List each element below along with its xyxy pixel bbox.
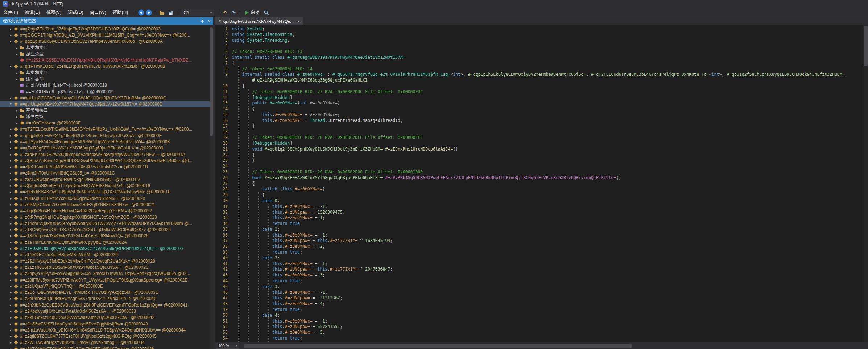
tree-item[interactable]: ▸派生类型 [0,114,213,120]
expander-icon[interactable]: ▸ [8,165,13,169]
tree-item[interactable]: ▸#=z2W_uwGrbUgsY7b8f2tn_HmdVFgrwzRnmog==… [0,340,213,346]
expander-icon[interactable]: ▸ [8,215,13,219]
tree-item[interactable]: ▸#=z0i8XqLKjT0Pt4d7cdH0Z6Cgjow5ldPfN5$dN… [0,195,213,201]
expander-icon[interactable]: ▸ [14,115,20,119]
expander-icon[interactable]: ▸ [8,247,13,250]
editor-horizontal-scrollbar[interactable] [242,342,868,349]
expander-icon[interactable]: ▸ [8,197,13,200]
expander-icon[interactable]: ▸ [8,140,13,144]
tree-item[interactable]: ▸#=z2qti8$TZCL6M7J77EscF8HJYgNpnI6zfz2pj… [0,333,213,340]
editor-horizontal-scrollbar-thumb[interactable] [244,344,632,348]
tree-scrollbar-thumb[interactable] [210,27,213,136]
open-file-button[interactable] [158,9,165,16]
tab-close-icon[interactable]: × [297,19,300,24]
document-tab[interactable]: #=qsrUag4w8Bvs9s7KFA7HwyM47Qe... × [215,17,303,25]
expander-icon[interactable]: ▸ [8,272,13,275]
tree-item[interactable]: ▸#=qZxiR9gSE0HAzWK1oYMYI68qq33g68jucPEke… [0,145,213,151]
expander-icon[interactable]: ▸ [8,127,13,131]
tree-item[interactable]: #=zHVzhkHl=(List<T>) : bool @06000018 [0,82,213,89]
expander-icon[interactable]: ▸ [8,184,13,188]
expander-icon[interactable]: ▸ [8,178,13,181]
expander-icon[interactable]: ▸ [8,241,13,244]
tree-item[interactable]: ▸#=z2cUQapV7Ij4tQOYThQ== @0200003E [0,283,213,289]
tree-scrollbar[interactable] [210,25,213,349]
tree-item[interactable]: ▸#=z2ePdbHauQ99R$EwYsgn63S7oroDS<#=zVbc0… [0,296,213,302]
tree-item[interactable]: ▸#=z$bEKZbuDHZwA$Qt5mpudVafnhp8wSja8yqPi… [0,151,213,157]
tree-item[interactable]: ▸#=z$imJhT0nUHVvHBdQC$qJ5_s= @0200001C [0,170,213,176]
expander-icon[interactable]: ▾ [8,65,13,68]
expander-icon[interactable]: ▸ [8,322,13,326]
tree-item[interactable]: ▸#=z1H9SMOku5jhQ8Vg6d8ph$xtGC14GvPlG6i6q… [0,245,213,251]
tree-item[interactable]: ▸#=z21zTh6S6RuJO$wiP6hX0hSYWbczSQNXNSA==… [0,264,213,270]
tree-item[interactable]: ▸#=z0tP7mg3NqHCwEqghzpt0X0iBSNCF13cScQhm… [0,214,213,220]
tree-item[interactable]: ▸基类和接口 [0,107,213,114]
tree-item[interactable]: ▸#=z$VgfubSf3m9EfhTT7pvDihxERQWtEI88Nu5b… [0,182,213,189]
code-editor[interactable]: 123456789 101112131415161718192021222324… [215,25,868,342]
expander-icon[interactable]: ▸ [8,328,13,332]
expander-icon[interactable]: ▸ [8,33,13,37]
expander-icon[interactable]: ▸ [14,77,20,81]
menu-view[interactable]: 视图(V) [43,8,65,17]
expander-icon[interactable]: ▸ [14,71,20,75]
tree-item[interactable]: ▸#=z0qr$oSol4RT4eJxHehwQ4vbXd2DyehEjqqY5… [0,208,213,214]
menu-window[interactable]: 窗口(W) [87,8,109,17]
tree-item[interactable]: ▸#=z2Eo_OaGhWNpevEYL_4tMDibx_HUvO$RyAkgq… [0,289,213,295]
tree-item[interactable]: ▾#=qsrUag4w8Bvs9s7KFA7HwyM47QeeJ$etLVx1Z… [0,101,213,107]
expander-icon[interactable]: ▸ [8,203,13,206]
start-button[interactable]: 启动 [243,9,261,16]
search-assemblies-button[interactable] [263,9,270,16]
tree-item[interactable]: ▸#=q7cgaZEUTbm_J76iksjeFig72mj93D8GHBO10… [0,26,213,32]
close-icon[interactable]: × [207,19,212,24]
tree-item[interactable]: ▸#=z1eTmYEum6r9xEQdfLlwMwRCgyQbE @020000… [0,239,213,245]
editor-vertical-scrollbar[interactable] [863,25,868,342]
expander-icon[interactable]: ▾ [8,102,13,106]
menu-debug[interactable]: 调试(D) [65,8,86,17]
expander-icon[interactable]: ▸ [8,190,13,194]
expander-icon[interactable]: ▸ [8,259,13,263]
tree-item[interactable]: ▸基类和接口 [0,45,213,51]
expander-icon[interactable]: ▸ [8,316,13,319]
expander-icon[interactable]: ▾ [8,40,13,43]
tree-item[interactable]: ▸#=z$BmZAnBiwc4XggR6PDSZGwiP3MtaIOz9l3PW… [0,157,213,164]
menu-help[interactable]: 帮助(H) [109,8,131,17]
expander-icon[interactable]: ▸ [8,222,13,225]
expander-icon[interactable]: ▸ [14,121,20,125]
expander-icon[interactable]: ▸ [8,153,13,156]
tree-item[interactable]: ▸#=qoU1q2fS8ChCpnHXuyQILSWJGHJQck9j3nEfz… [0,95,213,101]
tree-item[interactable]: ▸派生类型 [0,51,213,57]
expander-icon[interactable]: ▸ [8,284,13,288]
expander-icon[interactable]: ▸ [8,209,13,213]
tree-item[interactable]: #=z2$2lAIG$5B1VKsE62IYtpq4KBldQRajMSXb4V… [0,57,213,63]
nav-back-button[interactable] [138,9,144,16]
tree-item[interactable]: ▸#=z18ZVLprir403wOwkZlVI2GUZ4YaszUJfSf4n… [0,233,213,239]
tree-item[interactable]: ▸#=qT2FELGod6TrOe6ML3bE4GYc4sP4ljqPz_Ux4… [0,126,213,132]
nav-forward-button[interactable] [146,9,152,16]
expander-icon[interactable]: ▸ [8,347,13,349]
expander-icon[interactable]: ▸ [8,341,13,344]
tree-item[interactable]: ▸派生类型 [0,76,213,82]
tree-item[interactable]: ▸基类和接口 [0,70,213,76]
expander-icon[interactable]: ▸ [8,234,13,238]
code-text-area[interactable]: using System;using System.Diagnostics;us… [232,25,868,342]
expander-icon[interactable]: ▸ [8,253,13,256]
expander-icon[interactable]: ▸ [8,134,13,137]
tree-item[interactable]: ▸#=z18CNQ5wsJOLLDSzO7eYm2lOhU_qGMkoWcRC9… [0,227,213,233]
tree-item[interactable]: ▸#=z0eOYNwc= @0200000E [0,120,213,126]
tree-item[interactable]: ▸#=z14ohFvQakXX8v397oysbWotLyKDp1WCx7dZ7… [0,220,213,226]
tree-item[interactable]: ▸#=z2kEGdxczu4qDDbxQKvWcwdsvJbp20y5s6oUR… [0,315,213,321]
tree-item[interactable]: ▸#=z2m1uVuoUbXk_yBfCH6YUn84SdRzL8rTD$pWV… [0,327,213,333]
undo-button[interactable]: ↶ [221,9,228,16]
tree-item[interactable]: ▸#=z2hXfbN3zCpEB83VBuuVoaH2Bh9PzlCDVEFxz… [0,302,213,308]
tree-item[interactable]: ▸#=qUSywHVnDwj4RduydquHMPlzWOIDpWjnoHPsB… [0,139,213,145]
expander-icon[interactable]: ▸ [8,309,13,313]
assembly-explorer-header[interactable]: 程序集资源管理器 × [0,17,213,25]
expander-icon[interactable]: ▸ [8,171,13,175]
tree-item[interactable]: ▸#=qtlgp5$ZnFWsQ11g1tkh462UF7SmmLEk5Isvg… [0,132,213,139]
expander-icon[interactable]: ▸ [8,96,13,100]
expander-icon[interactable]: ▸ [8,146,13,150]
tree-item[interactable]: ▸#=z0ikMjzCNvm7Gx4WTsibwuCRrE2q8ZNR3TK84… [0,201,213,208]
expander-icon[interactable]: ▸ [8,278,13,282]
expander-icon[interactable]: ▸ [8,303,13,307]
expander-icon[interactable]: ▸ [14,52,20,56]
expander-icon[interactable]: ▸ [8,334,13,338]
